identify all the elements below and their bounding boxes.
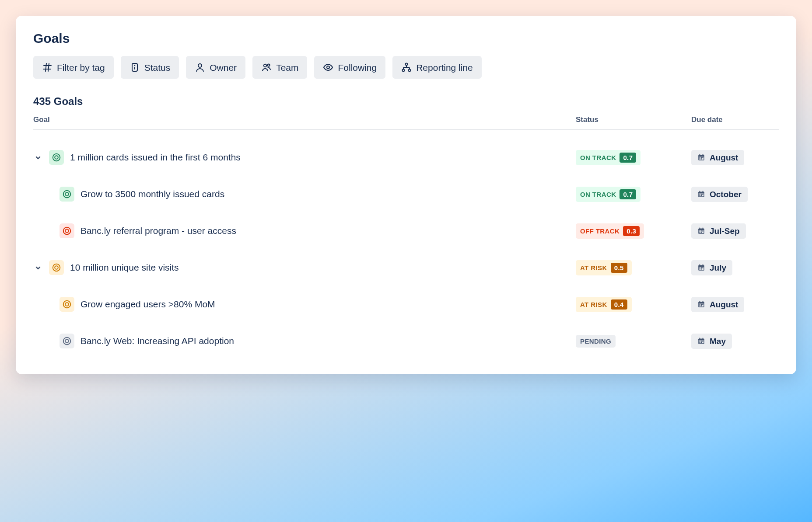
goal-cell: Grow engaged users >80% MoM — [33, 297, 565, 312]
user-icon — [195, 62, 205, 73]
goals-count: 435 Goals — [33, 95, 779, 108]
expand-toggle[interactable] — [33, 263, 43, 272]
due-cell: October — [691, 187, 779, 202]
status-cell: ON TRACK0.7 — [576, 150, 681, 165]
filter-hash[interactable]: Filter by tag — [33, 56, 114, 79]
calendar-icon — [697, 264, 705, 271]
filter-eye[interactable]: Following — [314, 56, 385, 79]
goal-row[interactable]: Banc.ly referral program - user accessOF… — [33, 212, 779, 249]
goal-title: 10 million unique site visits — [70, 261, 179, 273]
target-icon — [60, 223, 74, 238]
due-cell: July — [691, 260, 779, 275]
chevron-down-icon — [35, 154, 42, 161]
status-score: 0.5 — [611, 263, 627, 273]
due-label: May — [710, 337, 726, 345]
status-badge: ON TRACK0.7 — [576, 187, 640, 202]
goal-title: Banc.ly Web: Increasing API adoption — [80, 335, 234, 347]
goal-title: Grow to 3500 monthly issued cards — [80, 188, 224, 200]
goal-cell: Banc.ly referral program - user access — [33, 223, 565, 238]
goal-title: 1 million cards issued in the first 6 mo… — [70, 151, 241, 163]
status-cell: OFF TRACK0.3 — [576, 223, 681, 239]
goal-title: Grow engaged users >80% MoM — [80, 298, 215, 310]
status-cell: PENDING — [576, 335, 681, 348]
due-chip: May — [691, 334, 732, 349]
status-icon — [130, 62, 140, 73]
status-badge: ON TRACK0.7 — [576, 150, 640, 165]
status-cell: ON TRACK0.7 — [576, 187, 681, 202]
filter-label: Filter by tag — [57, 63, 105, 72]
due-chip: July — [691, 260, 732, 275]
team-icon — [261, 62, 272, 73]
filter-label: Reporting line — [416, 63, 473, 72]
filter-team[interactable]: Team — [252, 56, 307, 79]
table-header: Goal Status Due date — [33, 115, 779, 130]
status-label: AT RISK — [580, 301, 607, 308]
due-cell: August — [691, 297, 779, 312]
status-badge: AT RISK0.5 — [576, 260, 632, 275]
goal-rows: 1 million cards issued in the first 6 mo… — [33, 130, 779, 359]
expand-toggle[interactable] — [33, 153, 43, 162]
filter-label: Team — [276, 63, 298, 72]
due-cell: August — [691, 150, 779, 165]
due-chip: August — [691, 150, 744, 165]
status-badge: PENDING — [576, 335, 616, 348]
due-cell: May — [691, 334, 779, 349]
due-chip: Jul-Sep — [691, 223, 746, 239]
calendar-icon — [697, 337, 705, 345]
target-icon — [49, 150, 64, 165]
due-label: August — [710, 300, 738, 309]
filter-label: Status — [144, 63, 171, 72]
calendar-icon — [697, 300, 705, 308]
calendar-icon — [697, 227, 705, 235]
goal-row[interactable]: Banc.ly Web: Increasing API adoptionPEND… — [33, 323, 779, 359]
goals-panel: Goals Filter by tagStatusOwnerTeamFollow… — [16, 16, 796, 374]
col-goal: Goal — [33, 115, 565, 124]
hash-icon — [42, 62, 52, 73]
status-badge: AT RISK0.4 — [576, 297, 632, 312]
goal-title: Banc.ly referral program - user access — [80, 225, 236, 237]
target-icon — [60, 334, 74, 348]
goal-cell: Banc.ly Web: Increasing API adoption — [33, 334, 565, 348]
page-title: Goals — [33, 31, 779, 46]
status-label: PENDING — [580, 338, 611, 345]
due-chip: October — [691, 187, 748, 202]
status-score: 0.7 — [620, 189, 636, 199]
due-cell: Jul-Sep — [691, 223, 779, 239]
eye-icon — [323, 62, 333, 73]
filter-status[interactable]: Status — [121, 56, 179, 79]
due-label: August — [710, 153, 738, 162]
col-due: Due date — [691, 115, 779, 124]
goal-cell: 10 million unique site visits — [33, 260, 565, 275]
status-cell: AT RISK0.4 — [576, 297, 681, 312]
status-label: AT RISK — [580, 264, 607, 271]
goal-cell: Grow to 3500 monthly issued cards — [33, 187, 565, 202]
goal-row[interactable]: 10 million unique site visitsAT RISK0.5J… — [33, 249, 779, 286]
filter-label: Following — [338, 63, 377, 72]
filter-hierarchy[interactable]: Reporting line — [392, 56, 482, 79]
status-cell: AT RISK0.5 — [576, 260, 681, 275]
goal-row[interactable]: 1 million cards issued in the first 6 mo… — [33, 139, 779, 176]
filter-label: Owner — [210, 63, 237, 72]
hierarchy-icon — [401, 62, 412, 73]
chevron-down-icon — [35, 264, 42, 271]
target-icon — [49, 260, 64, 275]
goal-row[interactable]: Grow to 3500 monthly issued cardsON TRAC… — [33, 176, 779, 212]
status-score: 0.4 — [611, 299, 627, 310]
goal-row[interactable]: Grow engaged users >80% MoMAT RISK0.4Aug… — [33, 286, 779, 323]
col-status: Status — [576, 115, 681, 124]
status-label: OFF TRACK — [580, 227, 620, 235]
due-label: October — [710, 190, 742, 198]
calendar-icon — [697, 190, 705, 198]
status-label: ON TRACK — [580, 154, 616, 161]
target-icon — [60, 187, 74, 202]
target-icon — [60, 297, 74, 312]
status-score: 0.7 — [620, 153, 636, 163]
due-chip: August — [691, 297, 744, 312]
goal-cell: 1 million cards issued in the first 6 mo… — [33, 150, 565, 165]
status-label: ON TRACK — [580, 191, 616, 198]
filter-user[interactable]: Owner — [186, 56, 245, 79]
calendar-icon — [697, 153, 705, 161]
due-label: July — [710, 264, 726, 272]
status-badge: OFF TRACK0.3 — [576, 223, 644, 239]
due-label: Jul-Sep — [710, 227, 740, 235]
